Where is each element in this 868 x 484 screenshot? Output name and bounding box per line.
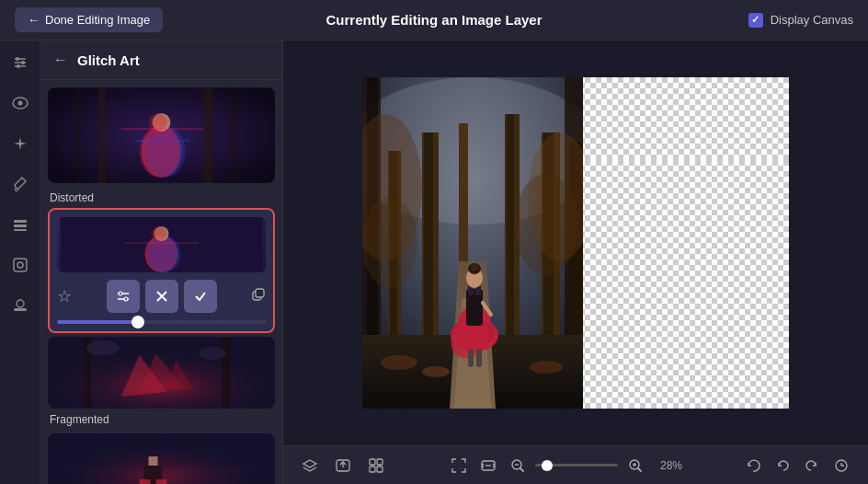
svg-point-86 [514,174,578,275]
display-canvas-control[interactable]: Display Canvas [748,13,853,28]
canvas-viewport[interactable] [283,40,868,445]
distorted-active-thumbnail[interactable] [57,217,266,272]
right-toolbar-group [741,454,853,478]
export-icon[interactable] [331,454,355,478]
undo-icon[interactable] [771,454,794,478]
bottom-toolbar: 28% [283,445,868,484]
digitized-thumbnail[interactable] [48,433,275,484]
distorted-active-card[interactable]: ☆ [48,208,275,333]
svg-rect-105 [377,467,383,472]
svg-rect-54 [140,479,151,484]
stamp-icon[interactable] [7,293,33,318]
display-canvas-checkbox[interactable] [748,13,763,28]
svg-point-85 [362,197,417,289]
adjustments-icon[interactable] [7,50,33,75]
svg-rect-14 [14,308,27,311]
svg-rect-10 [14,229,27,231]
back-icon[interactable]: ← [53,52,68,68]
list-item: Fragmented [48,337,275,430]
redo-icon[interactable] [800,454,824,478]
svg-rect-97 [468,349,474,367]
svg-point-79 [422,366,450,377]
svg-point-78 [381,355,417,370]
effect-actions [107,280,217,313]
canvas-area: 28% [283,40,868,484]
page-title: Currently Editing an Image Layer [326,12,542,28]
svg-rect-98 [476,349,482,367]
svg-rect-103 [377,459,383,465]
svg-line-114 [638,468,641,471]
transparency-bottom-right [568,160,789,409]
done-editing-label: Done Editing Image [45,13,150,27]
settings-button[interactable] [107,280,140,313]
svg-point-95 [471,263,478,271]
layers-panel-icon[interactable] [7,212,33,237]
svg-rect-23 [98,87,106,183]
confirm-button[interactable] [184,280,217,313]
fragmented-label: Fragmented [48,409,275,430]
svg-line-110 [520,468,523,471]
left-sidebar [0,40,40,484]
svg-rect-9 [14,225,27,227]
svg-point-13 [17,300,24,307]
eye-icon[interactable] [7,90,33,116]
history-icon[interactable] [829,454,853,478]
svg-point-80 [530,361,563,374]
svg-rect-24 [203,87,212,183]
svg-point-34 [119,292,122,295]
svg-point-48 [86,340,120,355]
done-editing-button[interactable]: ← Done Editing Image [15,7,163,32]
canvas-image [362,77,583,409]
fit-screen-icon[interactable] [447,454,471,478]
svg-point-18 [140,126,180,178]
distorted-thumbnail[interactable] [48,87,275,183]
svg-point-7 [17,101,22,106]
distorted-label: Distorted [48,187,275,208]
transparency-top-right [568,77,789,160]
list-item: Distorted [48,87,275,333]
main-content: ← Glitch Art [0,40,868,484]
svg-point-5 [17,64,20,68]
brush-icon[interactable] [7,171,33,197]
top-bar: ← Done Editing Image Currently Editing a… [0,0,868,40]
duplicate-icon[interactable] [251,287,266,305]
svg-marker-99 [303,460,316,467]
svg-rect-47 [222,337,230,409]
fragmented-thumbnail[interactable] [48,337,275,409]
display-canvas-text: Display Canvas [771,13,853,27]
svg-rect-52 [149,456,158,466]
fit-width-icon[interactable] [476,454,500,478]
svg-point-31 [152,226,166,241]
zoom-slider[interactable] [535,464,618,467]
effect-slider-row [57,320,266,324]
grid-icon[interactable] [364,454,388,478]
svg-point-1 [16,57,19,61]
sparkle-icon[interactable] [7,131,33,156]
zoom-out-icon[interactable] [506,454,530,478]
svg-rect-40 [256,289,264,297]
zoom-percent-label: 28% [653,459,682,472]
list-item: Digitized [48,433,275,484]
center-toolbar-group: 28% [447,454,682,478]
zoom-in-icon[interactable] [623,454,647,478]
cancel-button[interactable] [145,280,178,313]
canvas-image-container [362,77,789,409]
svg-point-29 [148,236,181,272]
arrow-left-icon: ← [28,13,40,27]
effect-card-controls: ☆ [57,280,266,313]
effect-intensity-slider[interactable] [57,320,266,324]
effects-header: ← Glitch Art [40,40,282,80]
favorite-icon[interactable]: ☆ [57,286,72,306]
effects-panel: ← Glitch Art [40,40,283,484]
svg-point-3 [21,61,25,64]
svg-rect-25 [75,87,81,183]
svg-rect-102 [370,459,375,465]
svg-point-49 [199,347,226,360]
mask-icon[interactable] [7,252,33,278]
layers-icon[interactable] [298,454,322,478]
svg-rect-26 [231,87,237,183]
svg-rect-11 [14,259,27,271]
svg-rect-104 [370,467,375,472]
rotate-left-icon[interactable] [741,454,765,478]
effects-panel-title: Glitch Art [77,52,140,68]
